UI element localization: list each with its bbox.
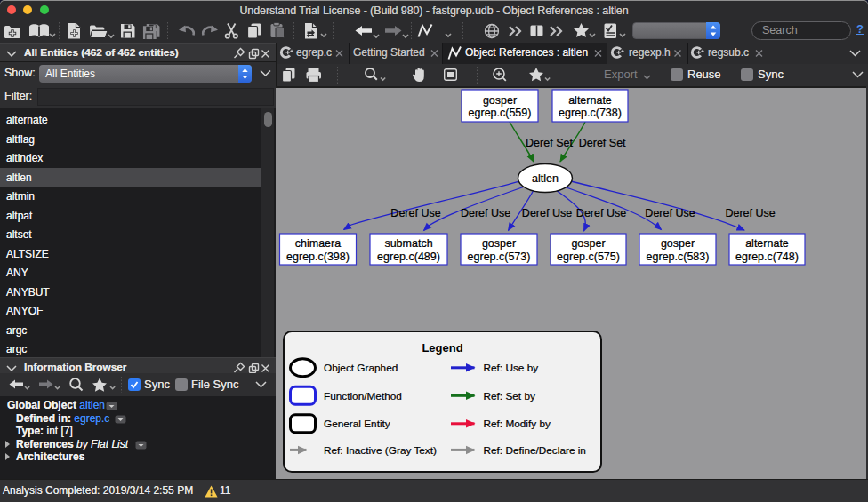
svg-text:chimaera: chimaera [295, 237, 341, 250]
svg-text:Deref Use: Deref Use [522, 207, 572, 219]
svg-text:egrep.c(489): egrep.c(489) [377, 251, 440, 263]
svg-text:Deref Use: Deref Use [461, 207, 510, 219]
svg-text:Ref: Use by: Ref: Use by [484, 362, 539, 374]
svg-text:egrep.c(738): egrep.c(738) [559, 107, 622, 119]
svg-text:Ref: Modify by: Ref: Modify by [484, 418, 551, 430]
svg-text:egrep.c(559): egrep.c(559) [469, 107, 532, 119]
svg-text:Function/Method: Function/Method [324, 390, 402, 402]
svg-text:Deref Use: Deref Use [576, 207, 626, 219]
svg-text:gosper: gosper [483, 94, 517, 107]
svg-text:egrep.c(573): egrep.c(573) [468, 251, 531, 263]
svg-text:submatch: submatch [384, 237, 432, 250]
svg-text:altlen: altlen [532, 172, 559, 185]
svg-text:Deref Use: Deref Use [725, 207, 775, 219]
svg-text:Deref Use: Deref Use [390, 207, 440, 219]
svg-text:egrep.c(575): egrep.c(575) [557, 251, 620, 263]
svg-text:gosper: gosper [661, 237, 695, 250]
svg-text:Ref: Inactive (Gray Text): Ref: Inactive (Gray Text) [324, 444, 437, 457]
svg-text:alternate: alternate [745, 237, 789, 250]
svg-text:gosper: gosper [482, 237, 516, 250]
svg-text:Legend: Legend [422, 341, 462, 355]
svg-text:Deref Set: Deref Set [526, 137, 573, 149]
svg-text:Object Graphed: Object Graphed [324, 362, 398, 374]
svg-text:alternate: alternate [568, 94, 612, 107]
svg-text:General Entity: General Entity [324, 418, 390, 430]
svg-text:egrep.c(398): egrep.c(398) [286, 251, 350, 263]
svg-text:gosper: gosper [571, 237, 605, 250]
svg-text:Ref: Define/Declare in: Ref: Define/Declare in [484, 444, 586, 457]
svg-text:Ref: Set by: Ref: Set by [484, 390, 535, 402]
svg-text:Deref Set: Deref Set [579, 137, 626, 149]
svg-text:egrep.c(748): egrep.c(748) [735, 251, 799, 263]
svg-text:egrep.c(583): egrep.c(583) [647, 251, 710, 263]
svg-text:Deref Use: Deref Use [645, 207, 695, 219]
